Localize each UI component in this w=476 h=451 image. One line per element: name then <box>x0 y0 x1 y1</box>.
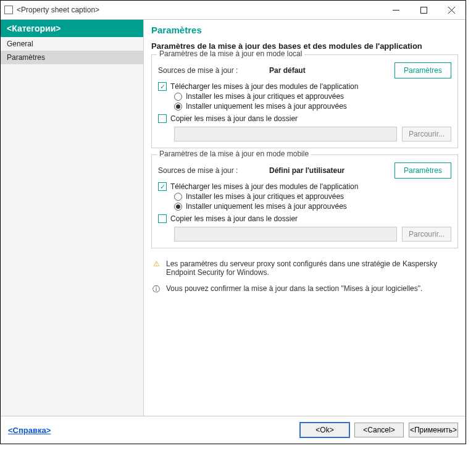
group-mobile: Paramètres de la mise à jour en mode mob… <box>151 154 458 248</box>
help-link[interactable]: <Справка> <box>8 426 51 435</box>
local-radio-critical-label: Installer les mises à jour critiques et … <box>186 92 344 101</box>
maximize-button[interactable] <box>410 1 438 19</box>
mobile-copy-checkbox[interactable]: ✓ <box>158 214 167 223</box>
app-icon <box>4 6 13 14</box>
local-copy-label: Copier les mises à jour dans le dossier <box>170 114 298 123</box>
ok-button[interactable]: <Ok> <box>300 423 349 437</box>
group-local: Paramètres de la mise à jour en mode loc… <box>151 54 458 148</box>
titlebar: <Property sheet caption> <box>1 1 466 19</box>
footer: <Справка> <Ok> <Cancel> <Применить> <box>1 416 466 444</box>
group-local-legend: Paramètres de la mise à jour en mode loc… <box>157 49 304 58</box>
local-settings-button[interactable]: Paramètres <box>395 62 451 78</box>
local-folder-input <box>174 127 397 141</box>
minimize-icon <box>393 7 399 14</box>
sidebar-item-parametres[interactable]: Paramètres <box>1 51 143 64</box>
update-info: ⓘ Vous pouvez confirmer la mise à jour d… <box>151 284 458 295</box>
local-copy-checkbox[interactable]: ✓ <box>158 114 167 123</box>
close-button[interactable] <box>438 1 466 19</box>
mobile-download-checkbox[interactable]: ✓ <box>158 182 167 191</box>
content-area: <Категории> General Paramètres Paramètre… <box>1 19 466 416</box>
proxy-warning-text: Les paramètres du serveur proxy sont con… <box>166 259 458 277</box>
main-header: Paramètres <box>144 20 466 39</box>
warning-icon: ⚠ <box>151 259 161 277</box>
mobile-folder-input <box>174 227 397 242</box>
window-title: <Property sheet caption> <box>17 6 382 14</box>
mobile-settings-button[interactable]: Paramètres <box>395 162 451 179</box>
mobile-copy-label: Copier les mises à jour dans le dossier <box>170 214 298 223</box>
local-download-label: Télécharger les mises à jour des modules… <box>170 82 358 91</box>
sidebar-item-general[interactable]: General <box>1 37 143 51</box>
local-source-label: Sources de mise à jour : <box>158 66 269 75</box>
mobile-download-label: Télécharger les mises à jour des modules… <box>170 182 358 191</box>
mobile-browse-button[interactable]: Parcourir... <box>402 227 451 242</box>
property-sheet-window: <Property sheet caption> <Категории> Gen… <box>0 0 466 444</box>
local-source-value: Par défaut <box>269 66 395 75</box>
update-info-text: Vous pouvez confirmer la mise à jour dan… <box>166 284 422 295</box>
mobile-source-label: Sources de mise à jour : <box>158 166 269 175</box>
group-mobile-legend: Paramètres de la mise à jour en mode mob… <box>157 150 311 158</box>
cancel-button[interactable]: <Cancel> <box>354 423 404 437</box>
local-download-checkbox[interactable]: ✓ <box>158 82 167 91</box>
sidebar: <Категории> General Paramètres <box>1 20 144 416</box>
mobile-radio-approved-label: Installer uniquement les mises à jour ap… <box>186 202 347 211</box>
close-icon <box>448 7 455 14</box>
proxy-warning: ⚠ Les paramètres du serveur proxy sont c… <box>151 259 458 277</box>
mobile-radio-critical[interactable] <box>174 193 182 201</box>
local-radio-approved[interactable] <box>174 103 182 111</box>
categories-header: <Категории> <box>1 20 143 37</box>
mobile-source-value: Défini par l'utilisateur <box>269 166 395 175</box>
info-icon: ⓘ <box>151 284 161 295</box>
maximize-icon <box>420 7 427 14</box>
local-radio-approved-label: Installer uniquement les mises à jour ap… <box>186 102 347 111</box>
mobile-radio-critical-label: Installer les mises à jour critiques et … <box>186 192 344 201</box>
minimize-button[interactable] <box>382 1 410 19</box>
mobile-radio-approved[interactable] <box>174 203 182 211</box>
apply-button[interactable]: <Применить> <box>409 423 458 437</box>
local-browse-button[interactable]: Parcourir... <box>402 127 451 141</box>
svg-rect-1 <box>421 7 427 13</box>
local-radio-critical[interactable] <box>174 93 182 101</box>
main-panel: Paramètres Paramètres de la mise à jour … <box>144 20 466 416</box>
